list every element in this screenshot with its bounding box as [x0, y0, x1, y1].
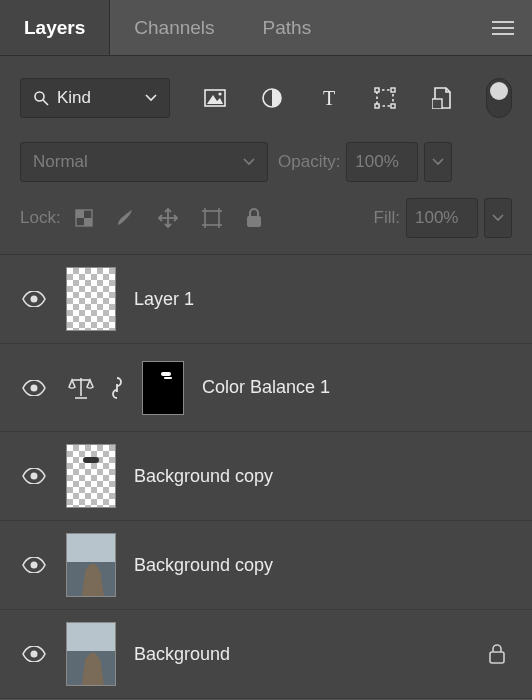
- layer-thumbnail[interactable]: [66, 444, 116, 508]
- layer-row[interactable]: Background: [0, 610, 532, 699]
- svg-point-3: [35, 92, 44, 101]
- svg-rect-17: [76, 210, 84, 218]
- filter-kind-label: Kind: [57, 88, 91, 108]
- eye-icon: [22, 557, 46, 573]
- chevron-down-icon: [145, 94, 157, 102]
- svg-line-4: [43, 100, 48, 105]
- blend-row: Normal Opacity: 100%: [0, 136, 532, 192]
- tab-paths[interactable]: Paths: [239, 0, 336, 55]
- eye-icon: [22, 380, 46, 396]
- chevron-down-icon: [432, 158, 444, 166]
- svg-point-32: [31, 384, 38, 391]
- tab-label: Channels: [134, 17, 214, 39]
- filter-kind-select[interactable]: Kind: [20, 78, 170, 118]
- opacity-label: Opacity:: [278, 152, 340, 172]
- chevron-down-icon: [243, 158, 255, 166]
- opacity-dropdown-button[interactable]: [424, 142, 452, 182]
- filter-shape-icon[interactable]: [372, 85, 398, 111]
- layer-row[interactable]: Background copy: [0, 521, 532, 610]
- visibility-toggle[interactable]: [20, 291, 48, 307]
- panel-tabbar: Layers Channels Paths: [0, 0, 532, 56]
- tab-label: Layers: [24, 17, 85, 39]
- layer-name[interactable]: Background copy: [134, 466, 273, 487]
- layer-name[interactable]: Layer 1: [134, 289, 194, 310]
- fill-input[interactable]: 100%: [406, 198, 478, 238]
- visibility-toggle[interactable]: [20, 468, 48, 484]
- svg-rect-15: [432, 99, 442, 109]
- filter-adjustment-icon[interactable]: [259, 85, 285, 111]
- layer-thumbnail[interactable]: [66, 533, 116, 597]
- layers-list: Layer 1 Color Balance 1: [0, 255, 532, 699]
- eye-icon: [22, 646, 46, 662]
- layers-panel-body: Kind T Normal: [0, 56, 532, 699]
- blend-mode-value: Normal: [33, 152, 88, 172]
- lock-transparency-icon[interactable]: [75, 209, 93, 227]
- opacity-input[interactable]: 100%: [346, 142, 418, 182]
- filter-smartobject-icon[interactable]: [429, 85, 455, 111]
- layer-name[interactable]: Background: [134, 644, 230, 665]
- svg-point-37: [31, 562, 38, 569]
- layer-name[interactable]: Color Balance 1: [202, 377, 330, 398]
- svg-point-38: [31, 651, 38, 658]
- layer-thumbnail[interactable]: [66, 267, 116, 331]
- svg-point-7: [218, 92, 221, 95]
- svg-rect-11: [375, 88, 379, 92]
- layer-lock-icon[interactable]: [488, 644, 512, 664]
- layer-row[interactable]: Color Balance 1: [0, 344, 532, 432]
- eye-icon: [22, 468, 46, 484]
- fill-dropdown-button[interactable]: [484, 198, 512, 238]
- layer-name[interactable]: Background copy: [134, 555, 273, 576]
- chevron-down-icon: [492, 214, 504, 222]
- fill-value: 100%: [415, 208, 458, 228]
- lock-paint-icon[interactable]: [115, 208, 135, 228]
- svg-rect-12: [391, 88, 395, 92]
- lock-row: Lock: Fill: 100%: [0, 192, 532, 255]
- tab-label: Paths: [263, 17, 312, 39]
- filter-type-icon[interactable]: T: [316, 85, 342, 111]
- fill-label: Fill:: [374, 208, 400, 228]
- svg-point-31: [31, 296, 38, 303]
- svg-rect-13: [375, 104, 379, 108]
- blend-mode-select[interactable]: Normal: [20, 142, 268, 182]
- lock-artboard-icon[interactable]: [201, 207, 223, 229]
- svg-rect-14: [391, 104, 395, 108]
- tab-channels[interactable]: Channels: [110, 0, 238, 55]
- tab-layers[interactable]: Layers: [0, 0, 110, 55]
- layer-thumbnail[interactable]: [66, 622, 116, 686]
- layer-row[interactable]: Layer 1: [0, 255, 532, 344]
- svg-rect-21: [205, 211, 219, 225]
- opacity-value: 100%: [355, 152, 398, 172]
- filter-type-icons: T: [192, 78, 512, 118]
- layer-mask-thumbnail[interactable]: [142, 361, 184, 415]
- lock-position-icon[interactable]: [157, 207, 179, 229]
- svg-rect-18: [84, 218, 92, 226]
- visibility-toggle[interactable]: [20, 557, 48, 573]
- color-balance-icon[interactable]: [66, 376, 96, 400]
- search-icon: [33, 90, 49, 106]
- svg-marker-6: [207, 95, 223, 104]
- visibility-toggle[interactable]: [20, 380, 48, 396]
- panel-menu-icon[interactable]: [474, 21, 532, 35]
- lock-all-icon[interactable]: [245, 208, 263, 228]
- layer-row[interactable]: Background copy: [0, 432, 532, 521]
- svg-text:T: T: [322, 88, 334, 108]
- svg-rect-30: [247, 216, 261, 227]
- visibility-toggle[interactable]: [20, 646, 48, 662]
- layer-filter-row: Kind T: [0, 56, 532, 136]
- svg-rect-39: [490, 652, 504, 663]
- filter-toggle-switch[interactable]: [486, 78, 512, 118]
- filter-pixel-icon[interactable]: [202, 85, 228, 111]
- svg-point-36: [31, 473, 38, 480]
- mask-link-icon[interactable]: [110, 376, 124, 400]
- eye-icon: [22, 291, 46, 307]
- lock-label: Lock:: [20, 208, 61, 228]
